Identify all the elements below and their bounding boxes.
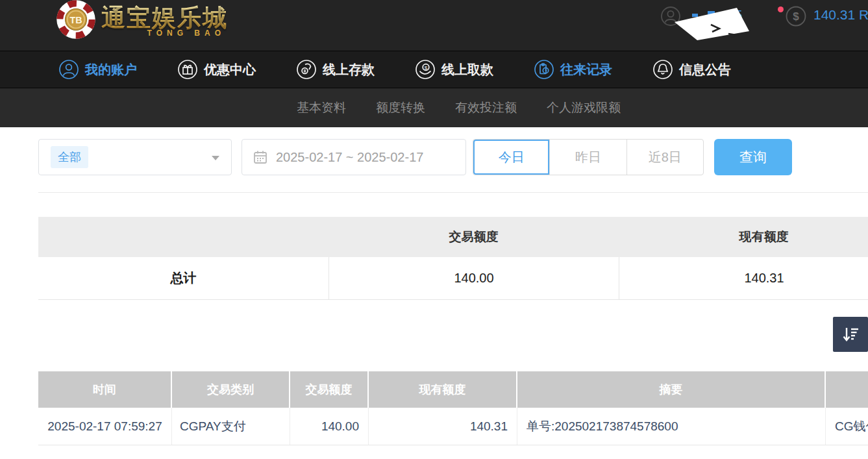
balance-currency: RMB — [859, 7, 868, 22]
redaction-scribble — [674, 5, 753, 43]
balance-amount: 140.31 — [813, 7, 855, 22]
main-navigation: 我的账户 优惠中心 线上存款 $ 线上取款 — [0, 51, 868, 88]
nav-item-announcements[interactable]: 信息公告 — [652, 59, 731, 80]
subnav-item-basic-info[interactable]: 基本资料 — [297, 99, 346, 116]
record-trade-amount: 140.00 — [290, 408, 369, 445]
subnav-item-game-limits[interactable]: 个人游戏限额 — [547, 99, 621, 116]
record-time: 2025-02-17 07:59:27 — [38, 408, 172, 445]
records-table-header: 时间 交易类别 交易额度 现有额度 摘要 备注 — [38, 371, 868, 408]
section-divider — [38, 192, 868, 193]
records-col-current-amount: 现有额度 — [369, 371, 517, 408]
records-icon — [534, 59, 554, 80]
sort-descending-icon — [841, 325, 860, 344]
chevron-down-icon — [212, 156, 219, 160]
summary-table-header: 交易额度 现有额度 — [38, 217, 868, 257]
notification-dot — [778, 6, 784, 12]
records-col-remark: 备注 — [826, 371, 868, 408]
sort-descending-button[interactable] — [833, 317, 868, 352]
account-area: 25 $ 140.31 RMB — [0, 0, 868, 51]
summary-col-empty — [38, 217, 329, 257]
top-bar: TB 通宝娱乐城 TONG BAO 25 $ 140.31 RMB — [0, 0, 868, 51]
sub-navigation: 基本资料 额度转换 有效投注额 个人游戏限额 — [0, 88, 868, 127]
record-summary: 单号:202502173874578600 — [517, 408, 826, 445]
nav-item-promotions[interactable]: 优惠中心 — [177, 59, 256, 80]
date-range-value: 2025-02-17 ~ 2025-02-17 — [276, 150, 423, 165]
summary-col-trade-amount: 交易额度 — [329, 217, 619, 257]
nav-item-records[interactable]: 往来记录 — [534, 59, 612, 80]
subnav-item-credit-transfer[interactable]: 额度转换 — [376, 99, 425, 116]
selected-type-tag[interactable]: 全部 — [51, 146, 88, 168]
records-table: 时间 交易类别 交易额度 现有额度 摘要 备注 2025-02-17 07:59… — [38, 371, 868, 445]
subnav-item-valid-bets[interactable]: 有效投注额 — [455, 99, 517, 116]
summary-table: 交易额度 现有额度 总计 140.00 140.31 — [38, 217, 868, 300]
dollar-coin-icon: $ — [785, 5, 807, 27]
date-range-input[interactable]: 2025-02-17 ~ 2025-02-17 — [242, 139, 466, 175]
records-col-type: 交易类别 — [172, 371, 290, 408]
summary-current-amount: 140.31 — [619, 257, 868, 299]
transaction-type-select[interactable]: 全部 — [38, 139, 232, 175]
calendar-icon — [253, 149, 268, 165]
bell-icon — [652, 59, 673, 80]
quick-range-group: 今日 昨日 近8日 — [473, 139, 704, 175]
record-remark: CG钱包 — [826, 408, 868, 445]
table-row: 2025-02-17 07:59:27 CGPAY支付 140.00 140.3… — [38, 408, 868, 445]
withdraw-icon: $ — [415, 59, 436, 80]
record-current-amount: 140.31 — [369, 408, 517, 445]
records-col-time: 时间 — [38, 371, 172, 408]
deposit-icon — [296, 59, 317, 80]
summary-total-label: 总计 — [38, 257, 329, 299]
summary-total-row: 总计 140.00 140.31 — [38, 257, 868, 300]
svg-text:$: $ — [425, 65, 428, 71]
nav-item-my-account[interactable]: 我的账户 — [58, 59, 137, 80]
gift-icon — [177, 59, 198, 80]
summary-col-current-amount: 现有额度 — [619, 217, 868, 257]
quick-range-today[interactable]: 今日 — [473, 140, 549, 175]
records-col-trade-amount: 交易额度 — [290, 371, 369, 408]
query-button[interactable]: 查询 — [714, 139, 792, 175]
record-type: CGPAY支付 — [172, 408, 290, 445]
quick-range-yesterday[interactable]: 昨日 — [549, 140, 626, 175]
records-col-summary: 摘要 — [517, 371, 826, 408]
summary-trade-amount: 140.00 — [329, 257, 619, 299]
nav-item-deposit[interactable]: 线上存款 — [296, 59, 375, 80]
user-icon — [58, 59, 79, 80]
svg-text:$: $ — [793, 10, 799, 23]
nav-item-withdraw[interactable]: $ 线上取款 — [415, 59, 493, 80]
quick-range-last-8-days[interactable]: 近8日 — [626, 140, 703, 175]
balance-display: 140.31 RMB — [813, 7, 868, 23]
